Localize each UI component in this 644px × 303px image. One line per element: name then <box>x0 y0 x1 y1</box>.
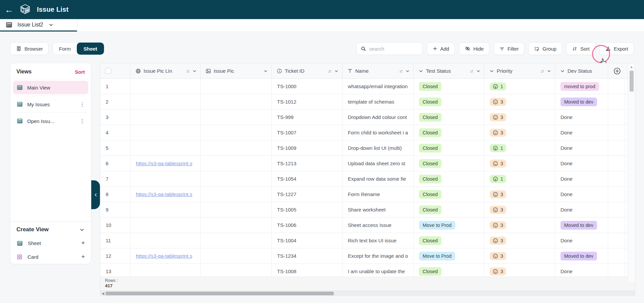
row-number[interactable]: 5 <box>100 140 130 156</box>
cell-name[interactable]: I am unable to update the <box>342 264 414 277</box>
filter-button[interactable]: Filter <box>493 42 524 55</box>
cell-priority[interactable]: 1 <box>484 140 555 156</box>
cell-test-status[interactable]: Closed <box>414 140 484 156</box>
search-box[interactable] <box>356 42 423 55</box>
views-sort-link[interactable]: Sort <box>75 69 85 75</box>
cell-priority[interactable]: 1 <box>484 171 555 186</box>
cell-ticket-id[interactable]: TS-1227 <box>272 187 342 202</box>
cell-priority[interactable]: 3 <box>484 202 555 217</box>
cell-test-status[interactable]: Closed <box>414 156 484 171</box>
cell-issue-pic[interactable] <box>201 248 272 263</box>
column-header-name[interactable]: Name ↓↑ <box>342 63 414 78</box>
row-number[interactable]: 4 <box>100 125 130 140</box>
cell-dev-status[interactable]: Done <box>555 110 608 125</box>
cell-issue-pic[interactable] <box>201 79 272 94</box>
sidebar-collapse-handle[interactable] <box>91 180 100 209</box>
kebab-menu-icon[interactable]: ⋮ <box>79 101 85 108</box>
chevron-down-icon[interactable] <box>547 69 551 73</box>
sort-arrows-icon[interactable]: ↓↑ <box>470 68 473 73</box>
cell-test-status[interactable]: Closed <box>414 79 484 94</box>
search-input[interactable] <box>369 46 418 52</box>
cell-test-status[interactable]: Closed <box>414 233 484 248</box>
sort-arrows-icon[interactable]: ↓↑ <box>399 68 402 73</box>
group-button[interactable]: Group <box>528 42 562 55</box>
row-number[interactable]: 13 <box>100 264 130 277</box>
cell-issue-pic-link[interactable] <box>130 171 201 186</box>
cell-dev-status[interactable]: Done <box>555 156 608 171</box>
cell-issue-pic-link[interactable] <box>130 202 201 217</box>
column-header-priority[interactable]: Priority ↓↑ <box>484 63 555 78</box>
cell-dev-status[interactable]: Done <box>555 140 608 156</box>
table-row[interactable]: 12https://s3-qa-tablesprint.sTS-1234Exce… <box>100 248 635 264</box>
create-view-header[interactable]: Create View <box>10 221 91 236</box>
create-card-view[interactable]: Card + <box>10 250 91 264</box>
cell-test-status[interactable]: Closed <box>414 110 484 125</box>
cell-name[interactable]: Expand row data some fie <box>342 171 414 186</box>
row-number[interactable]: 2 <box>100 94 130 109</box>
cell-issue-pic-link[interactable]: https://s3-qa-tablesprint.s <box>130 248 201 263</box>
cell-priority[interactable]: 3 <box>484 248 555 263</box>
sheet-toggle[interactable]: Sheet <box>77 43 104 55</box>
add-button[interactable]: Add <box>427 42 455 55</box>
cell-issue-pic[interactable] <box>201 202 272 217</box>
kebab-menu-icon[interactable]: ⋮ <box>79 118 85 124</box>
cell-dev-status[interactable]: Moved to dev <box>555 248 608 263</box>
cell-test-status[interactable]: Move to Prod <box>414 248 484 263</box>
cell-ticket-id[interactable]: TS-1000 <box>272 79 342 94</box>
column-header-ticket-id[interactable]: 1 Ticket ID ↓↑ <box>272 63 342 78</box>
scroll-left-arrow-icon[interactable]: ◀ <box>100 292 106 295</box>
cell-name[interactable]: whatsapp/email integration <box>342 79 414 94</box>
chevron-down-icon[interactable] <box>192 69 197 73</box>
create-sheet-view[interactable]: Sheet + <box>10 236 91 250</box>
plus-icon[interactable]: + <box>81 240 85 247</box>
form-toggle[interactable]: Form <box>53 43 77 55</box>
cell-issue-pic-link[interactable] <box>130 125 201 140</box>
row-number[interactable]: 8 <box>100 187 130 202</box>
cell-issue-pic[interactable] <box>201 140 272 156</box>
horizontal-scroll-thumb[interactable] <box>106 292 334 296</box>
row-number[interactable]: 12 <box>100 248 130 263</box>
cell-issue-pic[interactable] <box>201 233 272 248</box>
cell-test-status[interactable]: Closed <box>414 171 484 186</box>
vertical-scroll-thumb[interactable] <box>630 71 634 92</box>
cell-issue-pic-link[interactable] <box>130 94 201 109</box>
cell-ticket-id[interactable]: TS-1234 <box>272 248 342 263</box>
add-column-button[interactable] <box>608 63 625 78</box>
row-number[interactable]: 11 <box>100 233 130 248</box>
cell-issue-pic-link[interactable] <box>130 218 201 233</box>
cell-ticket-id[interactable]: TS-999 <box>272 110 342 125</box>
cell-issue-pic-link[interactable] <box>130 233 201 248</box>
cell-test-status[interactable]: Closed <box>414 202 484 217</box>
export-button[interactable]: Export <box>599 42 634 55</box>
cell-test-status[interactable]: Closed <box>414 264 484 277</box>
cell-dev-status[interactable]: Moved to dev <box>555 94 608 109</box>
cell-name[interactable]: Sheet access Issue <box>342 218 414 233</box>
table-row[interactable]: 8https://s3-qa-tablesprint.sTS-1227Form … <box>100 187 635 202</box>
cell-test-status[interactable]: Closed <box>414 94 484 109</box>
cell-test-status[interactable]: Closed <box>414 125 484 140</box>
table-row[interactable]: 9TS-1005Share worksheetClosed3Done <box>100 202 635 218</box>
cell-test-status[interactable]: Closed <box>414 187 484 202</box>
cell-priority[interactable]: 3 <box>484 110 555 125</box>
cell-ticket-id[interactable]: TS-1006 <box>272 218 342 233</box>
cell-issue-pic-link[interactable]: https://s3-qa-tablesprint.s <box>130 187 201 202</box>
sidebar-item-open-issues[interactable]: Open Issu... ⋮ <box>13 114 88 128</box>
cell-issue-pic[interactable] <box>201 264 272 277</box>
cell-issue-pic[interactable] <box>201 171 272 186</box>
sidebar-item-my-issues[interactable]: My Issues ⋮ <box>13 98 88 111</box>
cell-name[interactable]: Except for the image and o <box>342 248 414 263</box>
row-number[interactable]: 10 <box>100 218 130 233</box>
cell-name[interactable]: Form child to worksheet i a <box>342 125 414 140</box>
cell-issue-pic-link[interactable] <box>130 264 201 277</box>
cell-issue-pic[interactable] <box>201 125 272 140</box>
row-number[interactable]: 9 <box>100 202 130 217</box>
tab-issue-list2[interactable]: Issue List2 <box>0 19 77 32</box>
table-row[interactable]: 1TS-1000whatsapp/email integrationClosed… <box>100 79 635 94</box>
cell-test-status[interactable]: Move to Prod <box>414 218 484 233</box>
cell-priority[interactable]: 1 <box>484 79 555 94</box>
cell-issue-pic[interactable] <box>201 156 272 171</box>
table-row[interactable]: 7TS-1054Expand row data some fieClosed1D… <box>100 171 635 187</box>
cell-dev-status[interactable]: moved to prod <box>555 79 608 94</box>
sort-button[interactable]: Sort <box>566 42 595 55</box>
cell-priority[interactable]: 3 <box>484 218 555 233</box>
